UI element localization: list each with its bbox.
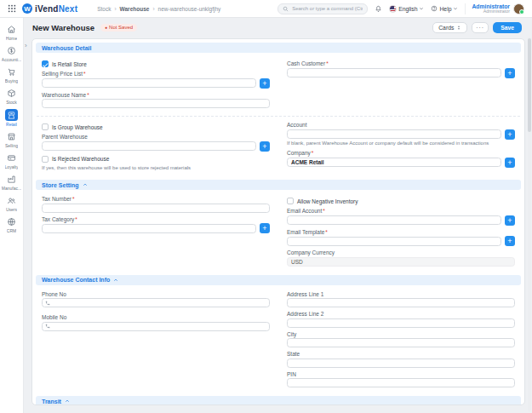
brand-name-1: iVend bbox=[35, 4, 59, 14]
sidebar-item-accounting[interactable]: Accounti... bbox=[0, 43, 23, 64]
company-input[interactable] bbox=[287, 158, 501, 167]
section-store-setting[interactable]: Store Setting bbox=[36, 180, 521, 190]
company-currency-value bbox=[287, 257, 515, 267]
selling-price-list-input[interactable] bbox=[42, 78, 256, 88]
parent-warehouse-input[interactable] bbox=[42, 141, 256, 151]
brand-logo[interactable]: W iVendNext bbox=[22, 3, 77, 14]
email-account-input[interactable] bbox=[287, 215, 501, 225]
add-cash-customer-button[interactable]: + bbox=[505, 68, 515, 78]
cash-customer-input[interactable] bbox=[287, 68, 501, 77]
scrollbar-thumb[interactable] bbox=[528, 38, 531, 132]
status-badge: ● Not Saved bbox=[100, 24, 137, 32]
is-group-warehouse-field: Is Group Warehouse bbox=[42, 123, 270, 130]
breadcrumb-separator: › bbox=[152, 6, 154, 12]
mobile-no-input[interactable] bbox=[42, 322, 270, 331]
scrollbar[interactable] bbox=[528, 37, 531, 412]
sidebar-expand-icon[interactable]: › bbox=[25, 43, 27, 49]
tax-category-field: Tax Category* + bbox=[42, 216, 270, 234]
is-rejected-warehouse-checkbox[interactable] bbox=[42, 156, 49, 163]
brand-logo-icon: W bbox=[22, 3, 32, 14]
selling-price-list-field: Selling Price List* + bbox=[42, 71, 270, 89]
add-email-template-button[interactable]: + bbox=[505, 236, 515, 246]
sidebar-item-loyalty[interactable]: Loyalty bbox=[0, 151, 23, 171]
more-menu-button[interactable]: ··· bbox=[472, 22, 489, 33]
users-icon bbox=[6, 195, 17, 206]
sidebar-item-selling[interactable]: Selling bbox=[0, 129, 23, 150]
email-template-field: Email Template* + bbox=[287, 229, 515, 247]
cash-customer-field: Cash Customer* + bbox=[287, 60, 515, 78]
add-account-button[interactable]: + bbox=[505, 129, 515, 140]
save-button[interactable]: Save bbox=[493, 22, 522, 33]
status-dot-icon: ● bbox=[105, 26, 107, 30]
chevron-up-icon bbox=[83, 182, 88, 187]
breadcrumb-separator: › bbox=[114, 6, 116, 12]
phone-no-field: Phone No bbox=[42, 291, 270, 308]
warehouse-name-input[interactable] bbox=[42, 99, 270, 108]
add-email-account-button[interactable]: + bbox=[505, 215, 515, 226]
account-input[interactable] bbox=[287, 129, 501, 139]
section-transit[interactable]: Transit bbox=[36, 396, 521, 405]
help-menu[interactable]: Help bbox=[431, 5, 458, 12]
phone-icon bbox=[45, 324, 50, 329]
sidebar-item-retail[interactable]: Retail bbox=[0, 107, 23, 129]
account-field: Account + bbox=[287, 122, 515, 140]
breadcrumb-stock[interactable]: Stock bbox=[97, 6, 111, 12]
add-selling-price-list-button[interactable]: + bbox=[260, 78, 270, 89]
account-help: If blank, parent Warehouse Account or co… bbox=[287, 141, 515, 147]
module-sidebar: Home Accounti... Buying Stock Retail Sel… bbox=[0, 18, 24, 413]
phone-icon bbox=[45, 301, 50, 306]
add-tax-category-button[interactable]: + bbox=[260, 223, 270, 233]
help-icon bbox=[431, 5, 438, 12]
view-selector[interactable]: Cards bbox=[432, 22, 467, 33]
state-input[interactable] bbox=[287, 359, 515, 368]
box-icon bbox=[6, 88, 17, 99]
is-group-warehouse-checkbox[interactable] bbox=[42, 123, 49, 130]
pin-input[interactable] bbox=[287, 378, 515, 387]
avatar bbox=[513, 3, 524, 14]
email-template-input[interactable] bbox=[287, 237, 501, 246]
global-search[interactable] bbox=[277, 3, 368, 14]
sidebar-item-manufacturing[interactable]: Manufac... bbox=[0, 172, 23, 192]
sidebar-item-home[interactable]: Home bbox=[0, 22, 23, 43]
language-selector[interactable]: English bbox=[389, 5, 424, 13]
sidebar-item-users[interactable]: Users bbox=[0, 193, 23, 214]
sort-updown-icon bbox=[456, 25, 461, 31]
language-label: English bbox=[398, 6, 417, 12]
city-field: City bbox=[287, 331, 515, 348]
help-label: Help bbox=[439, 6, 451, 12]
cart-icon bbox=[6, 66, 17, 77]
city-input[interactable] bbox=[287, 338, 515, 347]
section-warehouse-detail[interactable]: Warehouse Detail bbox=[36, 43, 521, 53]
parent-warehouse-field: Parent Warehouse + bbox=[42, 134, 270, 152]
tax-category-input[interactable] bbox=[42, 224, 256, 233]
is-retail-store-checkbox[interactable] bbox=[42, 60, 49, 67]
apps-grid-icon[interactable] bbox=[8, 4, 16, 13]
phone-no-input[interactable] bbox=[42, 298, 270, 307]
user-role: Administrator bbox=[472, 9, 510, 14]
chevron-down-icon bbox=[419, 6, 424, 11]
add-parent-warehouse-button[interactable]: + bbox=[260, 141, 270, 152]
breadcrumb-warehouse[interactable]: Warehouse bbox=[120, 6, 150, 12]
user-menu[interactable]: Administrator Administrator bbox=[465, 3, 524, 14]
sidebar-item-buying[interactable]: Buying bbox=[0, 65, 23, 85]
breadcrumb: Stock › Warehouse › new-warehouse-unklgf… bbox=[97, 6, 220, 12]
add-company-button[interactable]: + bbox=[505, 158, 515, 168]
notifications-bell-icon[interactable] bbox=[375, 5, 382, 13]
sidebar-item-stock[interactable]: Stock bbox=[0, 86, 23, 106]
main-content: › Warehouse Detail Is Retail Store Selli… bbox=[24, 37, 532, 413]
company-currency-field: Company Currency bbox=[287, 250, 515, 267]
page-header: New Warehouse ● Not Saved Cards ··· Save bbox=[24, 18, 532, 37]
tax-number-input[interactable] bbox=[42, 204, 270, 213]
sidebar-item-crm[interactable]: CRM bbox=[0, 215, 23, 235]
column-break-divider bbox=[37, 116, 520, 117]
app-window: W iVendNext Stock › Warehouse › new-ware… bbox=[0, 0, 532, 413]
top-navbar: W iVendNext Stock › Warehouse › new-ware… bbox=[0, 0, 532, 18]
allow-negative-inventory-checkbox[interactable] bbox=[287, 198, 294, 204]
search-input[interactable] bbox=[292, 6, 363, 11]
address-line-1-input[interactable] bbox=[287, 298, 515, 307]
storefront-icon bbox=[6, 131, 17, 142]
section-warehouse-contact-info[interactable]: Warehouse Contact Info bbox=[36, 275, 521, 285]
address-line-2-input[interactable] bbox=[287, 318, 515, 328]
chevron-up-icon bbox=[113, 278, 118, 283]
chevron-down-icon bbox=[453, 6, 458, 11]
